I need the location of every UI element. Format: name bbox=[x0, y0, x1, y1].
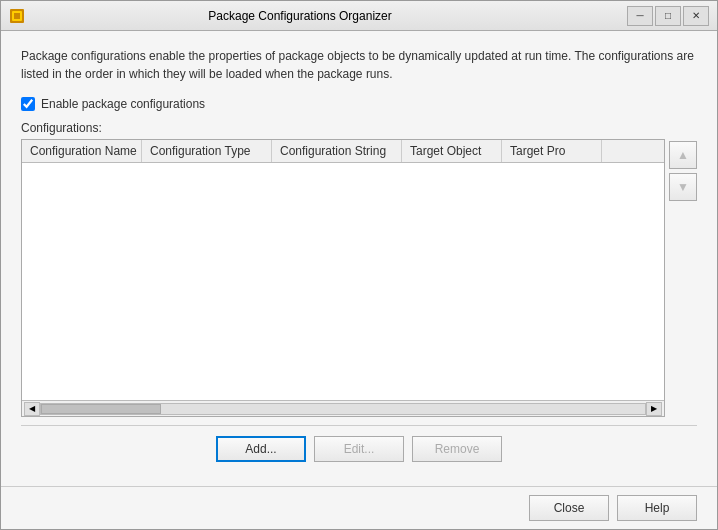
scrollbar-thumb bbox=[41, 404, 161, 414]
window-controls: ─ □ ✕ bbox=[627, 6, 709, 26]
col-header-type: Configuration Type bbox=[142, 140, 272, 162]
close-window-button[interactable]: ✕ bbox=[683, 6, 709, 26]
scroll-left-button[interactable]: ◀ bbox=[24, 402, 40, 416]
table-area: Configuration Name Configuration Type Co… bbox=[21, 139, 697, 417]
table-header: Configuration Name Configuration Type Co… bbox=[22, 140, 664, 163]
main-window: Package Configurations Organizer ─ □ ✕ P… bbox=[0, 0, 718, 530]
table-body[interactable] bbox=[22, 163, 664, 400]
enable-package-checkbox[interactable] bbox=[21, 97, 35, 111]
enable-checkbox-row: Enable package configurations bbox=[21, 97, 697, 111]
enable-checkbox-label[interactable]: Enable package configurations bbox=[41, 97, 205, 111]
window-content: Package configurations enable the proper… bbox=[1, 31, 717, 486]
svg-rect-2 bbox=[14, 13, 20, 19]
move-down-button[interactable]: ▼ bbox=[669, 173, 697, 201]
remove-button[interactable]: Remove bbox=[412, 436, 502, 462]
edit-button[interactable]: Edit... bbox=[314, 436, 404, 462]
close-button[interactable]: Close bbox=[529, 495, 609, 521]
action-buttons: Add... Edit... Remove bbox=[21, 425, 697, 470]
configurations-label: Configurations: bbox=[21, 121, 697, 135]
col-header-string: Configuration String bbox=[272, 140, 402, 162]
col-header-prop: Target Pro bbox=[502, 140, 602, 162]
side-buttons: ▲ ▼ bbox=[669, 139, 697, 417]
window-title: Package Configurations Organizer bbox=[33, 9, 567, 23]
col-header-name: Configuration Name bbox=[22, 140, 142, 162]
help-button[interactable]: Help bbox=[617, 495, 697, 521]
horizontal-scrollbar-row: ◀ ▶ bbox=[22, 400, 664, 416]
scroll-right-button[interactable]: ▶ bbox=[646, 402, 662, 416]
title-bar: Package Configurations Organizer ─ □ ✕ bbox=[1, 1, 717, 31]
add-button[interactable]: Add... bbox=[216, 436, 306, 462]
footer-buttons: Close Help bbox=[1, 486, 717, 529]
app-icon bbox=[9, 8, 25, 24]
restore-button[interactable]: □ bbox=[655, 6, 681, 26]
minimize-button[interactable]: ─ bbox=[627, 6, 653, 26]
col-header-object: Target Object bbox=[402, 140, 502, 162]
horizontal-scrollbar[interactable] bbox=[40, 403, 646, 415]
description-text: Package configurations enable the proper… bbox=[21, 47, 697, 83]
move-up-button[interactable]: ▲ bbox=[669, 141, 697, 169]
configurations-table: Configuration Name Configuration Type Co… bbox=[21, 139, 665, 417]
